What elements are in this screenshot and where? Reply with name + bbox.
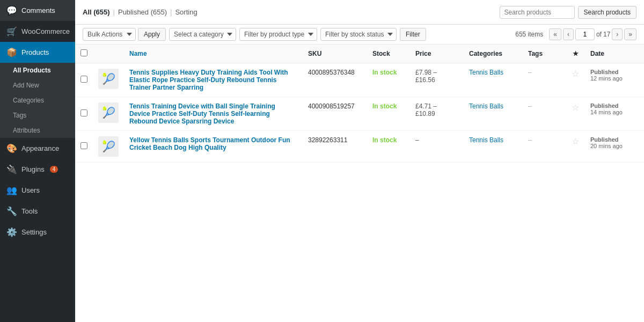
- row-price-cell: £4.71 – £10.89: [410, 97, 464, 131]
- product-status-label: Published: [590, 103, 639, 109]
- row-stock-cell: In stock: [367, 97, 410, 131]
- name-sort-link[interactable]: Name: [129, 50, 147, 57]
- product-tags: –: [528, 136, 532, 144]
- product-category-link[interactable]: Tennis Balls: [469, 136, 503, 144]
- product-date: Published 12 mins ago: [590, 69, 639, 82]
- product-name-link[interactable]: Tennis Training Device with Ball Single …: [129, 103, 275, 125]
- sidebar-label-plugins: Plugins: [21, 165, 45, 173]
- submenu-categories[interactable]: Categories: [0, 93, 75, 108]
- row-checkbox[interactable]: [80, 76, 87, 83]
- topbar: All (655) | Published (655) | Sorting Se…: [75, 0, 644, 25]
- row-checkbox[interactable]: [80, 142, 87, 149]
- sidebar-label-products: Products: [21, 48, 49, 56]
- product-image: 🎾: [98, 136, 119, 157]
- sidebar-item-users[interactable]: 👥 Users: [0, 180, 75, 201]
- search-input[interactable]: [500, 6, 575, 19]
- product-date: Published 14 mins ago: [590, 103, 639, 115]
- bulk-actions-wrap: Bulk Actions Apply: [83, 28, 166, 41]
- row-image-cell: 🎾: [93, 97, 124, 131]
- product-date-relative: 20 mins ago: [590, 143, 623, 149]
- row-checkbox[interactable]: [80, 109, 87, 116]
- row-name-cell: Tennis Supplies Heavy Duty Training Aids…: [124, 63, 303, 97]
- product-name-link[interactable]: Yellow Tennis Balls Sports Tournament Ou…: [129, 136, 290, 151]
- select-all-header: [75, 45, 93, 63]
- table-row: 🎾 Tennis Training Device with Ball Singl…: [75, 97, 644, 131]
- submenu-attributes[interactable]: Attributes: [0, 123, 75, 138]
- prev-page-button[interactable]: ‹: [563, 28, 574, 40]
- search-area: Search products: [500, 6, 636, 19]
- submenu-all-products[interactable]: All Products: [0, 63, 75, 78]
- first-page-button[interactable]: «: [549, 28, 561, 40]
- users-icon: 👥: [6, 185, 17, 195]
- tab-published[interactable]: Published (655): [118, 8, 167, 16]
- row-sku-cell: 4000908519257: [303, 97, 367, 131]
- submenu-add-new[interactable]: Add New: [0, 78, 75, 93]
- row-category-cell: Tennis Balls: [464, 131, 523, 163]
- product-category-link[interactable]: Tennis Balls: [469, 69, 503, 76]
- tab-all[interactable]: All (655): [83, 8, 110, 16]
- tab-row: All (655) | Published (655) | Sorting: [83, 8, 197, 16]
- apply-button[interactable]: Apply: [138, 28, 166, 41]
- filter-button[interactable]: Filter: [400, 28, 426, 41]
- stock-status-filter-select[interactable]: Filter by stock status: [320, 28, 397, 41]
- products-tbody: 🎾 Tennis Supplies Heavy Duty Training Ai…: [75, 63, 644, 163]
- row-date-cell: Published 20 mins ago: [585, 131, 644, 163]
- th-categories: Categories: [464, 45, 523, 63]
- product-image: 🎾: [98, 69, 119, 89]
- row-checkbox-cell: [75, 131, 93, 163]
- row-star-cell: ☆: [566, 97, 585, 131]
- row-tags-cell: –: [523, 131, 566, 163]
- product-type-filter-select[interactable]: Filter by product type: [239, 28, 317, 41]
- product-featured-star[interactable]: ☆: [572, 69, 579, 78]
- sidebar-item-woocommerce[interactable]: 🛒 WooCommerce: [0, 21, 75, 42]
- product-category-link[interactable]: Tennis Balls: [469, 103, 503, 110]
- submenu-tags[interactable]: Tags: [0, 108, 75, 123]
- sidebar-item-plugins[interactable]: 🔌 Plugins 4: [0, 159, 75, 180]
- th-price: Price: [410, 45, 464, 63]
- search-button[interactable]: Search products: [578, 6, 636, 19]
- th-date: Date: [585, 45, 644, 63]
- product-image: 🎾: [98, 103, 119, 123]
- product-tags: –: [528, 69, 532, 76]
- row-tags-cell: –: [523, 63, 566, 97]
- sidebar-item-tools[interactable]: 🔧 Tools: [0, 201, 75, 222]
- sidebar-label-settings: Settings: [21, 228, 47, 236]
- th-name: Name: [124, 45, 303, 63]
- tools-icon: 🔧: [6, 206, 17, 216]
- next-page-button[interactable]: ›: [612, 28, 623, 40]
- sidebar-label-woocommerce: WooCommerce: [21, 27, 70, 35]
- products-table-area: Name SKU Stock Price Categories: [75, 45, 644, 322]
- last-page-button[interactable]: »: [624, 28, 636, 40]
- pagination: 655 items « ‹ of 17 › »: [515, 28, 636, 40]
- product-featured-star[interactable]: ☆: [572, 137, 579, 146]
- appearance-icon: 🎨: [6, 143, 17, 153]
- product-sku: 4000895376348: [308, 69, 355, 76]
- select-all-checkbox[interactable]: [80, 49, 87, 56]
- th-image: [93, 45, 124, 63]
- th-stock: Stock: [367, 45, 410, 63]
- plugins-icon: 🔌: [6, 164, 17, 174]
- row-date-cell: Published 14 mins ago: [585, 97, 644, 131]
- product-price: –: [415, 136, 419, 144]
- star-header-icon: ★: [573, 50, 579, 57]
- sidebar-item-settings[interactable]: ⚙️ Settings: [0, 222, 75, 243]
- category-filter-select[interactable]: Select a category: [169, 28, 236, 41]
- page-number-input[interactable]: [575, 28, 595, 40]
- sidebar-item-products-parent[interactable]: 📦 Products: [0, 42, 75, 63]
- product-name-link[interactable]: Tennis Supplies Heavy Duty Training Aids…: [129, 69, 288, 91]
- comments-icon: 💬: [6, 5, 17, 16]
- row-price-cell: £7.98 – £16.56: [410, 63, 464, 97]
- bulk-actions-select[interactable]: Bulk Actions: [83, 28, 136, 41]
- product-stock-status: In stock: [372, 103, 397, 110]
- product-price: £4.71 – £10.89: [415, 103, 437, 118]
- products-submenu: All Products Add New Categories Tags Att…: [0, 63, 75, 138]
- product-featured-star[interactable]: ☆: [572, 103, 579, 112]
- products-table: Name SKU Stock Price Categories: [75, 45, 644, 163]
- product-price: £7.98 – £16.56: [415, 69, 437, 84]
- tab-sorting[interactable]: Sorting: [175, 8, 197, 16]
- row-sku-cell: 4000895376348: [303, 63, 367, 97]
- sidebar-item-comments[interactable]: 💬 Comments: [0, 0, 75, 21]
- row-date-cell: Published 12 mins ago: [585, 63, 644, 97]
- sidebar-item-appearance[interactable]: 🎨 Appearance: [0, 138, 75, 159]
- products-icon: 📦: [6, 47, 17, 57]
